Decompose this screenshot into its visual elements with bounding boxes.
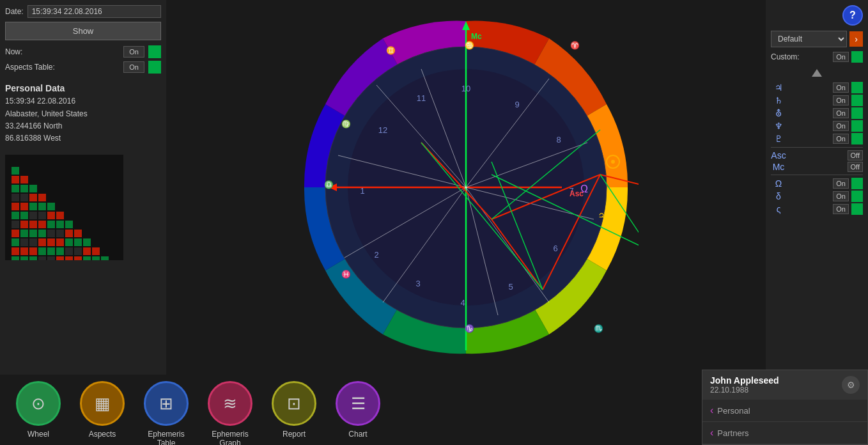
svg-rect-31 bbox=[29, 230, 37, 237]
triangle-up-icon bbox=[812, 69, 822, 77]
planet-symbol-saturn: ♄ bbox=[771, 95, 786, 105]
planet-rows-container: ♃ On ♄ On ⛢ On ♆ On ♇ bbox=[771, 82, 863, 216]
custom-label: Custom: bbox=[771, 52, 830, 61]
now-toggle-btn[interactable] bbox=[148, 45, 161, 58]
help-button[interactable]: ? bbox=[842, 5, 863, 26]
gear-button[interactable]: ⚙ bbox=[842, 376, 860, 394]
default-select[interactable]: Default bbox=[771, 31, 847, 47]
svg-text:1: 1 bbox=[360, 186, 364, 196]
svg-rect-62 bbox=[65, 256, 73, 260]
svg-rect-64 bbox=[83, 256, 91, 260]
planet-toggle-lilith[interactable] bbox=[851, 191, 863, 202]
nav-circle-ephemeris_graph[interactable]: ≋ bbox=[208, 381, 252, 426]
default-arrow-btn[interactable]: › bbox=[849, 31, 863, 47]
planet-row-chiron: ς On bbox=[771, 203, 863, 215]
svg-rect-63 bbox=[74, 256, 82, 260]
planet-value-midheaven: Off bbox=[848, 162, 863, 172]
nav-icon-aspects: ▦ bbox=[95, 394, 111, 414]
nav-circle-chart[interactable]: ☰ bbox=[336, 381, 380, 426]
svg-rect-28 bbox=[65, 221, 73, 228]
personal-data-location: Alabaster, United States bbox=[5, 108, 161, 120]
nav-label-ephemeris_graph: EphemerisGraph bbox=[212, 430, 248, 445]
svg-rect-35 bbox=[65, 230, 73, 237]
profile-chevron-personal: ‹ bbox=[710, 405, 713, 416]
nav-item-ephemeris_graph[interactable]: ≋ EphemerisGraph bbox=[205, 381, 256, 445]
left-panel: Date: Show Now: On Aspects Table: On Per… bbox=[0, 0, 166, 375]
svg-rect-57 bbox=[20, 256, 28, 260]
svg-rect-22 bbox=[12, 221, 19, 228]
svg-rect-6 bbox=[29, 185, 37, 192]
svg-text:♑: ♑ bbox=[465, 324, 474, 333]
show-button[interactable]: Show bbox=[5, 22, 161, 40]
planet-toggle-uranus[interactable] bbox=[851, 107, 863, 119]
nav-item-report[interactable]: ⊡ Report bbox=[268, 381, 320, 439]
nav-circle-report[interactable]: ⊡ bbox=[272, 381, 316, 426]
planet-symbol-chiron: ς bbox=[771, 204, 786, 214]
nav-item-wheel[interactable]: ⊙ Wheel bbox=[13, 381, 64, 439]
svg-rect-34 bbox=[56, 230, 64, 237]
nav-icon-ephemeris_graph: ≋ bbox=[223, 394, 237, 414]
custom-toggle-btn[interactable] bbox=[851, 51, 863, 63]
planet-row-jupiter: ♃ On bbox=[771, 82, 863, 93]
profile-info: John Appleseed 22.10.1988 bbox=[710, 375, 779, 394]
svg-rect-13 bbox=[29, 203, 37, 210]
svg-rect-5 bbox=[20, 185, 28, 192]
nav-icon-chart: ☰ bbox=[351, 394, 366, 414]
svg-rect-47 bbox=[20, 247, 28, 255]
profile-row-label-partners: Partners bbox=[717, 428, 748, 438]
planet-value-lilith: On bbox=[833, 191, 849, 201]
svg-rect-29 bbox=[12, 230, 19, 237]
aspects-grid-svg bbox=[5, 155, 123, 260]
nav-circle-ephemeris_table[interactable]: ⊞ bbox=[144, 381, 189, 426]
svg-rect-37 bbox=[12, 238, 19, 246]
svg-rect-40 bbox=[38, 238, 46, 246]
planet-value-node: On bbox=[833, 178, 849, 189]
planet-toggle-saturn[interactable] bbox=[851, 95, 863, 106]
svg-text:♓: ♓ bbox=[341, 269, 351, 279]
svg-rect-50 bbox=[47, 247, 55, 255]
svg-rect-59 bbox=[38, 256, 46, 260]
planet-toggle-chiron[interactable] bbox=[851, 203, 863, 215]
svg-rect-7 bbox=[12, 194, 19, 201]
nav-circle-aspects[interactable]: ▦ bbox=[80, 381, 125, 426]
svg-rect-20 bbox=[47, 212, 55, 219]
svg-rect-18 bbox=[29, 212, 37, 219]
nav-icon-wheel: ⊙ bbox=[31, 394, 45, 414]
svg-rect-33 bbox=[47, 230, 55, 237]
svg-rect-10 bbox=[38, 194, 46, 201]
aspects-table-toggle-btn[interactable] bbox=[148, 61, 161, 74]
profile-row-personal[interactable]: ‹ Personal bbox=[702, 400, 867, 422]
custom-value: On bbox=[833, 52, 849, 62]
profile-row-partners[interactable]: ‹ Partners bbox=[702, 422, 867, 444]
profile-rows-container: ‹ Personal ‹ Partners bbox=[702, 400, 867, 444]
wheel-container: 10 9 8 7 6 5 4 3 2 1 12 11 bbox=[293, 15, 639, 360]
planet-row-saturn: ♄ On bbox=[771, 95, 863, 106]
personal-data-lon: 86.816388 West bbox=[5, 132, 161, 144]
nav-circle-wheel[interactable]: ⊙ bbox=[16, 381, 61, 426]
planet-toggle-pluto[interactable] bbox=[851, 133, 863, 144]
planet-row-pluto: ♇ On bbox=[771, 133, 863, 144]
svg-rect-51 bbox=[56, 247, 64, 255]
planet-toggle-jupiter[interactable] bbox=[851, 82, 863, 93]
planet-row-midheaven: Mc Off bbox=[771, 162, 863, 172]
default-row: Default › bbox=[771, 31, 863, 47]
svg-text:10: 10 bbox=[461, 84, 470, 93]
profile-date: 22.10.1988 bbox=[710, 386, 779, 394]
planet-toggle-node[interactable] bbox=[851, 178, 863, 189]
svg-rect-4 bbox=[12, 185, 19, 192]
svg-rect-39 bbox=[29, 238, 37, 246]
svg-rect-9 bbox=[29, 194, 37, 201]
date-input[interactable] bbox=[27, 5, 161, 18]
svg-rect-12 bbox=[20, 203, 28, 210]
svg-point-109 bbox=[611, 160, 615, 164]
svg-rect-14 bbox=[38, 203, 46, 210]
svg-text:3: 3 bbox=[415, 279, 420, 288]
now-value: On bbox=[123, 46, 144, 58]
planet-toggle-neptune[interactable] bbox=[851, 120, 863, 132]
svg-rect-21 bbox=[56, 212, 64, 219]
svg-text:8: 8 bbox=[556, 135, 561, 144]
svg-rect-49 bbox=[38, 247, 46, 255]
nav-item-chart[interactable]: ☰ Chart bbox=[332, 381, 384, 439]
nav-item-ephemeris_table[interactable]: ⊞ EphemerisTable bbox=[141, 381, 192, 445]
nav-item-aspects[interactable]: ▦ Aspects bbox=[77, 381, 128, 439]
